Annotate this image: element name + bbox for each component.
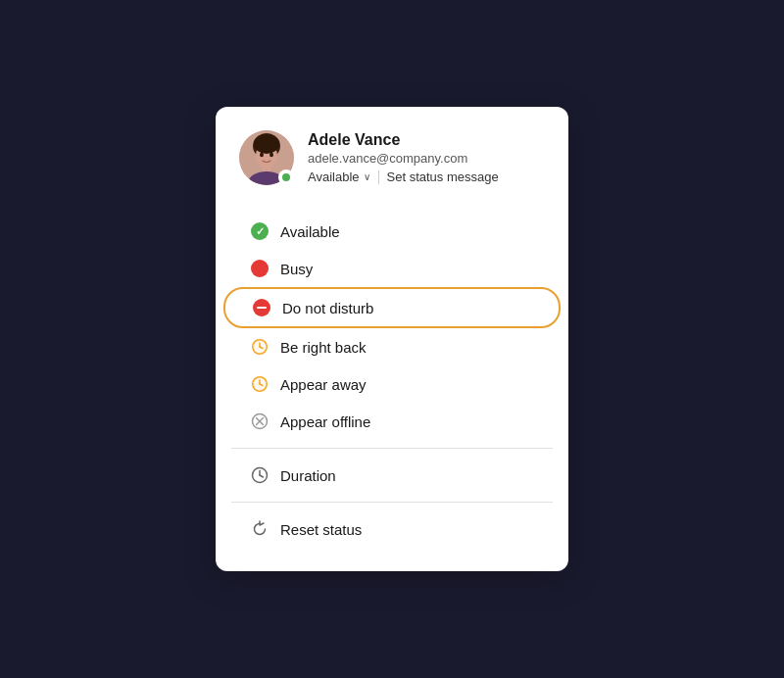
reset-status-label: Reset status <box>280 521 362 538</box>
menu-item-busy[interactable]: Busy <box>223 250 561 287</box>
menu-item-do-not-disturb[interactable]: Do not disturb <box>223 287 561 328</box>
svg-point-6 <box>260 153 264 157</box>
available-icon <box>251 222 269 240</box>
profile-email: adele.vance@company.com <box>308 151 499 166</box>
menu-item-duration[interactable]: Duration <box>223 457 561 494</box>
svg-point-3 <box>254 134 279 154</box>
profile-status-row: Available ∨ Set status message <box>308 170 499 184</box>
menu-item-appear-offline[interactable]: Appear offline <box>223 403 561 440</box>
duration-label: Duration <box>280 467 336 484</box>
do-not-disturb-icon <box>253 299 270 316</box>
busy-label: Busy <box>280 261 313 277</box>
set-status-message-link[interactable]: Set status message <box>387 170 499 184</box>
busy-icon <box>251 260 269 277</box>
status-chevron: ∨ <box>364 171 370 182</box>
divider-1 <box>231 448 553 449</box>
menu-item-available[interactable]: Available <box>223 213 561 250</box>
divider-2 <box>231 502 553 503</box>
reset-status-icon <box>251 520 269 538</box>
status-menu-card: Adele Vance adele.vance@company.com Avai… <box>216 107 568 571</box>
profile-info: Adele Vance adele.vance@company.com Avai… <box>308 131 499 184</box>
avatar-wrapper <box>239 130 294 185</box>
profile-name: Adele Vance <box>308 131 499 149</box>
available-label: Available <box>280 223 340 240</box>
appear-away-label: Appear away <box>280 376 367 393</box>
profile-section: Adele Vance adele.vance@company.com Avai… <box>216 130 568 205</box>
be-right-back-icon <box>251 338 269 356</box>
appear-offline-label: Appear offline <box>280 413 370 430</box>
svg-point-7 <box>270 153 273 157</box>
appear-away-icon <box>251 375 269 393</box>
status-menu-section: Available Busy Do not disturb Be right b… <box>216 205 568 556</box>
menu-item-appear-away[interactable]: Appear away <box>223 365 561 403</box>
menu-item-be-right-back[interactable]: Be right back <box>223 328 561 365</box>
svg-line-21 <box>260 475 264 477</box>
menu-item-reset-status[interactable]: Reset status <box>223 510 561 548</box>
appear-offline-icon <box>251 412 269 430</box>
vertical-divider <box>378 170 379 184</box>
avatar-status-badge <box>278 170 294 185</box>
profile-current-status[interactable]: Available ∨ <box>308 170 370 184</box>
do-not-disturb-label: Do not disturb <box>282 300 373 316</box>
be-right-back-label: Be right back <box>280 339 367 356</box>
duration-icon <box>251 466 269 484</box>
